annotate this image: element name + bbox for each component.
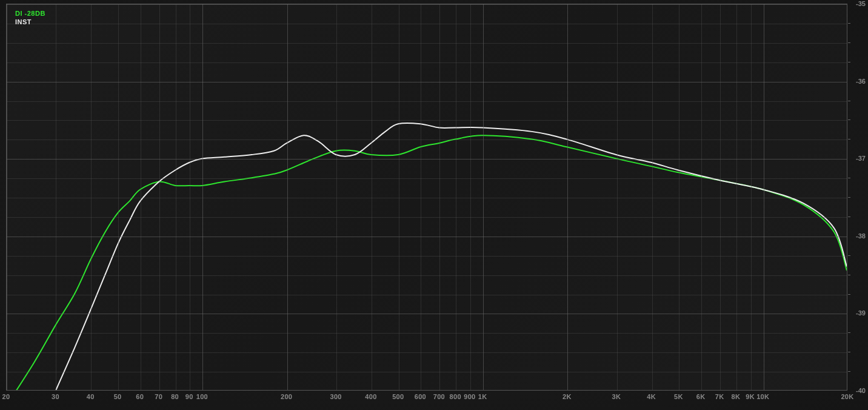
grid-line-h-minor xyxy=(7,295,847,295)
x-tick-label: 40 xyxy=(87,393,95,400)
x-tick-label: 700 xyxy=(433,393,445,400)
x-tick-label: 400 xyxy=(365,393,376,400)
y-minor-tick xyxy=(848,197,850,198)
x-tick-label: 30 xyxy=(52,393,59,400)
x-tick-label: 1K xyxy=(478,393,487,400)
y-minor-tick xyxy=(848,119,850,120)
spectrum-chart: DI -28DB INST 20304050607080901002003004… xyxy=(0,0,868,410)
x-tick-label: 70 xyxy=(155,393,162,400)
x-tick-label: 2K xyxy=(563,393,572,400)
y-minor-tick xyxy=(848,294,850,295)
y-minor-tick xyxy=(848,371,850,372)
grid-line-h xyxy=(7,4,847,5)
grid-line-h-minor xyxy=(7,275,847,276)
grid-line-h-minor xyxy=(7,24,847,24)
legend-item-di: DI -28DB xyxy=(15,9,45,18)
x-tick-label: 500 xyxy=(392,393,404,400)
y-tick-label: -37 xyxy=(856,155,866,162)
x-tick-label: 90 xyxy=(185,393,193,400)
grid-line-h-minor xyxy=(7,178,847,179)
grid-line-h-minor xyxy=(7,43,847,44)
series-di-line xyxy=(7,135,847,390)
x-tick-label: 5K xyxy=(674,393,683,400)
grid-line-h-minor xyxy=(7,372,847,372)
x-tick-label: 6K xyxy=(696,393,706,400)
grid-line-h xyxy=(7,159,847,160)
x-tick-label: 100 xyxy=(196,393,208,400)
grid-line-h-minor xyxy=(7,333,847,334)
x-tick-label: 200 xyxy=(281,393,292,400)
grid-line-h-minor xyxy=(7,101,847,102)
legend-item-inst: INST xyxy=(15,18,45,26)
x-tick-label: 8K xyxy=(732,393,741,400)
series-inst-line xyxy=(56,123,847,390)
y-tick-label: -36 xyxy=(856,78,866,85)
grid-line-h xyxy=(7,237,847,237)
x-tick-label: 50 xyxy=(114,393,122,400)
y-minor-tick xyxy=(848,352,850,352)
x-tick-label: 800 xyxy=(450,393,461,400)
legend: DI -28DB INST xyxy=(15,9,45,26)
y-minor-tick xyxy=(848,275,850,275)
x-tick-label: 600 xyxy=(415,393,426,400)
y-tick-label: -35 xyxy=(856,0,866,7)
y-minor-tick xyxy=(848,217,850,217)
y-axis: -35-36-37-38-39-40 xyxy=(850,4,866,391)
y-tick-label: -38 xyxy=(856,232,866,240)
x-tick-label: 3K xyxy=(612,393,621,400)
grid-line-h-minor xyxy=(7,217,847,218)
x-tick-label: 20 xyxy=(2,393,10,400)
plot-area: DI -28DB INST xyxy=(6,4,847,391)
x-tick-label: 80 xyxy=(171,393,179,400)
x-axis: 2030405060708090100200300400500600700800… xyxy=(6,393,847,405)
grid-line-h xyxy=(7,82,847,82)
y-tick-label: -39 xyxy=(856,309,866,317)
grid-line-h xyxy=(7,314,847,314)
grid-line-h-minor xyxy=(7,62,847,63)
y-minor-tick xyxy=(848,332,850,333)
grid-line-h-minor xyxy=(7,352,847,353)
x-tick-label: 60 xyxy=(136,393,144,400)
y-minor-tick xyxy=(848,139,850,139)
y-tick-label: -40 xyxy=(856,387,866,394)
x-tick-label: 10K xyxy=(756,393,769,400)
x-tick-label: 20K xyxy=(841,393,853,400)
x-tick-label: 7K xyxy=(715,393,724,400)
x-tick-label: 4K xyxy=(647,393,656,400)
x-tick-label: 900 xyxy=(464,393,475,400)
x-tick-label: 300 xyxy=(330,393,341,400)
grid-line-h-minor xyxy=(7,139,847,140)
y-minor-tick xyxy=(848,101,850,101)
y-minor-tick xyxy=(848,23,850,24)
grid-line-h-minor xyxy=(7,198,847,198)
y-minor-tick xyxy=(848,62,850,62)
x-tick-label: 9K xyxy=(746,393,755,400)
y-minor-tick xyxy=(848,178,850,178)
y-minor-tick xyxy=(848,42,850,43)
y-minor-tick xyxy=(848,255,850,256)
grid-line-h-minor xyxy=(7,120,847,121)
grid-line-h-minor xyxy=(7,256,847,257)
